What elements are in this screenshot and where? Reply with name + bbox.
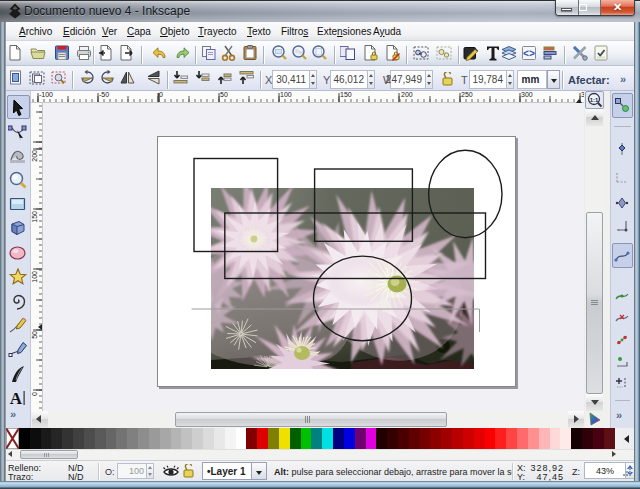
svg-text:1:1: 1:1 [590,97,599,103]
svg-text:A: A [10,389,23,408]
svg-text:<>: <> [523,49,535,60]
